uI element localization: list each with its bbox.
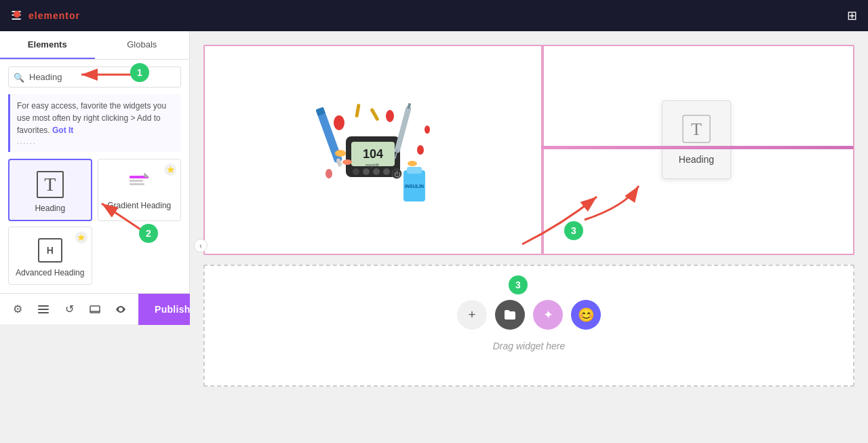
svg-point-12 [353,168,359,175]
template-button[interactable] [495,300,525,330]
canvas-col-right[interactable]: T Heading [541,46,853,254]
preview-button[interactable] [108,297,133,322]
advanced-heading-icon: H [38,238,62,263]
hamburger-wrap: ☰ [11,8,22,23]
svg-point-13 [363,168,370,175]
grid-icon[interactable]: ⊞ [847,8,857,23]
svg-rect-5 [38,312,49,313]
widget-card-heading[interactable]: T Heading [8,159,92,221]
svg-point-36 [408,161,417,166]
svg-rect-1 [130,180,143,182]
sidebar-wrapper: Elements Globals 🔍 For easy access, favo… [0,31,190,443]
elementor-logo: elementor [28,10,80,21]
svg-rect-4 [38,309,49,310]
canvas-section-top[interactable]: 104 mg/dL ⏻ [203,45,854,255]
canvas-area: 104 mg/dL ⏻ [190,31,868,443]
heading-tooltip-label: Heading [679,154,714,165]
svg-rect-2 [130,183,144,185]
pro-badge-advanced: ⭐ [75,231,87,244]
widget-grid: T Heading ⭐ [0,159,189,293]
notification-dot [14,11,20,18]
sidebar: Elements Globals 🔍 For easy access, favo… [0,31,190,293]
drag-widget-buttons: + ✦ 😊 [457,300,601,330]
widget-card-heading-label: Heading [35,204,65,213]
drag-widget-text: Drag widget here [493,341,566,351]
canvas-col-left: 104 mg/dL ⏻ [205,46,541,254]
toolbar-icons: ⚙ ↺ [0,297,138,322]
ai-button[interactable]: ✦ [533,300,563,330]
search-input[interactable] [8,66,181,88]
svg-point-28 [386,110,394,122]
settings-button[interactable]: ⚙ [5,297,30,322]
heading-tooltip-icon: T [682,115,711,149]
svg-text:104: 104 [363,147,383,161]
svg-text:⏻: ⏻ [394,171,401,178]
pink-line [541,146,853,149]
history-button[interactable]: ↺ [57,297,81,322]
widget-card-advanced-heading[interactable]: ⭐ H Advanced Heading [8,227,92,285]
responsive-button[interactable] [83,297,107,322]
svg-point-15 [383,168,390,175]
widget-card-advanced-label: Advanced Heading [16,268,84,277]
canvas-section-bottom[interactable]: + ✦ 😊 Drag widget here [203,265,854,387]
collapse-handle[interactable]: ‹ [194,239,208,252]
svg-rect-3 [38,305,49,307]
widget-card-gradient-heading[interactable]: ⭐ [98,159,182,221]
svg-point-31 [425,126,430,134]
tip-banner: For easy access, favorite the widgets yo… [8,94,181,152]
svg-point-27 [334,115,344,130]
svg-point-34 [335,150,346,157]
bottom-toolbar: ⚙ ↺ Publish ∧ [0,293,190,324]
gradient-heading-icon [128,170,150,195]
tab-elements[interactable]: Elements [0,31,95,59]
svg-point-29 [417,145,424,155]
search-icon: 🔍 [14,72,24,82]
svg-text:mg/dL: mg/dL [366,162,381,168]
canvas-wrapper: 104 mg/dL ⏻ [190,31,868,443]
tip-text: For easy access, favorite the widgets yo… [17,101,166,135]
tab-globals[interactable]: Globals [95,31,190,59]
top-bar: ☰ elementor ⊞ [0,0,868,31]
svg-text:T: T [691,119,702,139]
medical-image: 104 mg/dL ⏻ [292,69,454,231]
tip-dots: ...... [17,136,174,147]
widget-card-gradient-label: Gradient Heading [107,201,171,210]
got-it-link[interactable]: Got It [52,126,73,135]
main-layout: Elements Globals 🔍 For easy access, favo… [0,31,868,443]
top-bar-left: ☰ elementor [11,8,80,23]
svg-point-14 [373,168,380,175]
svg-rect-33 [355,104,360,118]
svg-rect-21 [394,106,412,153]
svg-point-30 [326,169,332,178]
svg-point-35 [342,159,352,165]
heading-tooltip: T Heading [662,100,731,179]
svg-text:INSULIN: INSULIN [405,184,424,189]
sidebar-tabs: Elements Globals [0,31,189,60]
emoji-button[interactable]: 😊 [571,300,601,330]
heading-widget-icon: T [37,171,64,198]
svg-rect-25 [407,167,422,174]
search-wrap: 🔍 [0,60,189,94]
add-section-button[interactable]: + [457,300,487,330]
pro-badge-gradient: ⭐ [164,163,176,176]
red-arrow-3 [571,166,652,233]
layers-button[interactable] [31,297,56,322]
svg-rect-32 [370,108,379,121]
annotation-badge-3: 3 [564,221,583,240]
